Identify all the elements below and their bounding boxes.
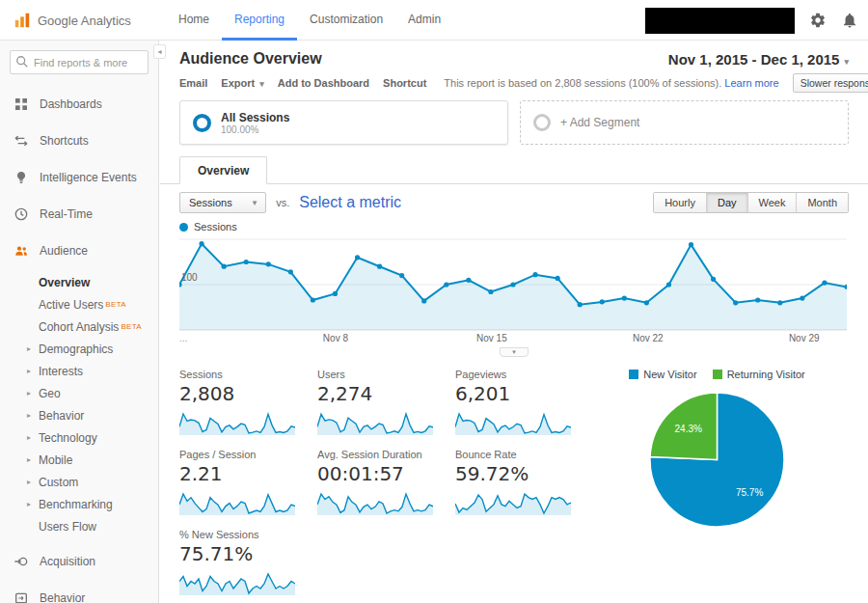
next-section-partial: Demographics Sessions % Sessions <box>160 595 868 603</box>
expand-arrow-icon: ▸ <box>27 478 31 486</box>
add-segment-button[interactable]: + Add Segment <box>520 100 849 145</box>
select-a-metric-link[interactable]: Select a metric <box>299 194 401 211</box>
overview-panel: Sessions▾ vs. Select a metric Hourly Day… <box>160 183 868 603</box>
sessions-chart-area: 100200 <box>160 234 868 333</box>
pie-chart-area: 75.7%24.3% <box>585 390 849 534</box>
segment-label: All Sessions <box>221 111 289 124</box>
sidebar-item-intelligence-events[interactable]: Intelligence Events <box>0 159 158 196</box>
email-button[interactable]: Email <box>179 77 207 89</box>
top-header: Google Analytics Home Reporting Customiz… <box>0 0 868 41</box>
nav-customization[interactable]: Customization <box>297 0 395 41</box>
learn-more-link[interactable]: Learn more <box>724 77 778 89</box>
svg-text:24.3%: 24.3% <box>675 424 702 434</box>
sidebar-item-audience[interactable]: Audience <box>0 233 158 269</box>
search-input[interactable] <box>10 50 149 74</box>
sidebar-item-geo[interactable]: ▸ Geo <box>0 382 158 404</box>
segment-percent: 100.00% <box>221 124 289 135</box>
bell-icon[interactable] <box>841 12 858 29</box>
tab-overview[interactable]: Overview <box>179 156 267 184</box>
metric-percent-new-sessions: % New Sessions 75.71% <box>179 529 310 595</box>
chart-legend: Sessions <box>160 215 868 234</box>
sidebar-item-label: Audience <box>40 244 88 258</box>
sidebar-item-label: Acquisition <box>40 555 95 568</box>
svg-text:75.7%: 75.7% <box>736 487 763 498</box>
sidebar-item-acquisition[interactable]: Acquisition <box>0 543 158 580</box>
sidebar-item-mobile[interactable]: ▸ Mobile <box>0 449 158 471</box>
add-to-dashboard-button[interactable]: Add to Dashboard <box>278 77 369 89</box>
pageviews-sparkline <box>455 408 571 435</box>
google-analytics-logo[interactable]: Google Analytics <box>14 0 131 41</box>
expand-arrow-icon: ▸ <box>27 389 31 397</box>
expand-arrow-icon: ▸ <box>27 500 31 508</box>
date-range-selector[interactable]: Nov 1, 2015 - Dec 1, 2015▾ <box>668 51 849 68</box>
header-right-cluster <box>645 0 858 41</box>
expand-arrow-icon: ▸ <box>27 433 31 442</box>
sidebar-collapse-button[interactable]: ◂ <box>153 44 166 59</box>
duration-sparkline <box>317 488 433 515</box>
granularity-hourly-button[interactable]: Hourly <box>654 193 706 212</box>
metric-pages-per-session: Pages / Session 2.21 <box>179 449 310 515</box>
beta-badge: BETA <box>121 322 142 331</box>
svg-text:200: 200 <box>181 236 198 237</box>
new-sessions-sparkline <box>179 568 295 595</box>
legend-new-visitor: New Visitor <box>629 369 696 380</box>
expand-arrow-icon: ▸ <box>27 411 31 420</box>
shortcut-button[interactable]: Shortcut <box>383 77 426 89</box>
sidebar-item-dashboards[interactable]: Dashboards <box>0 86 158 123</box>
sidebar-item-shortcuts[interactable]: Shortcuts <box>0 123 158 159</box>
sidebar-item-benchmarking[interactable]: ▸ Benchmarking <box>0 493 158 515</box>
sidebar-item-technology[interactable]: ▸ Technology <box>0 426 158 449</box>
segment-builder: All Sessions 100.00% + Add Segment <box>160 100 868 154</box>
sidebar-item-demographics[interactable]: ▸ Demographics <box>0 338 158 360</box>
precision-selector[interactable]: Slower response, greater precision▾ <box>793 73 868 93</box>
granularity-month-button[interactable]: Month <box>796 193 848 212</box>
series-dot-icon <box>179 223 188 232</box>
users-sparkline <box>317 408 433 435</box>
gear-icon[interactable] <box>809 12 827 29</box>
granularity-week-button[interactable]: Week <box>747 193 797 212</box>
returning-visitor-swatch-icon <box>713 370 722 379</box>
sidebar-item-label: Shortcuts <box>40 134 89 148</box>
sidebar-item-overview[interactable]: Overview <box>0 271 158 293</box>
behavior-icon <box>14 590 29 603</box>
precision-controls: Slower response, greater precision▾ <box>793 73 868 93</box>
chart-controls: Sessions▾ vs. Select a metric Hourly Day… <box>160 184 868 215</box>
report-tabs: Overview <box>160 154 868 183</box>
granularity-button-group: Hourly Day Week Month <box>653 192 849 213</box>
sidebar-item-behavior-sub[interactable]: ▸ Behavior <box>0 404 158 426</box>
nav-home[interactable]: Home <box>166 0 222 41</box>
nav-reporting[interactable]: Reporting <box>222 0 297 41</box>
sidebar-item-users-flow[interactable]: Users Flow <box>0 515 158 537</box>
granularity-day-button[interactable]: Day <box>706 193 747 212</box>
sidebar-item-cohort-analysis[interactable]: Cohort Analysis BETA <box>0 315 158 338</box>
nav-admin[interactable]: Admin <box>395 0 453 41</box>
series-name: Sessions <box>194 221 237 233</box>
sidebar-item-custom[interactable]: ▸ Custom <box>0 471 158 493</box>
sessions-line-chart[interactable]: 100200 <box>179 236 847 333</box>
metric-pageviews: Pageviews 6,201 <box>455 369 585 435</box>
sidebar-item-real-time[interactable]: Real-Time <box>0 196 158 233</box>
bounce-rate-sparkline <box>455 488 571 515</box>
sidebar-item-behavior[interactable]: Behavior <box>0 580 158 603</box>
sidebar-item-active-users[interactable]: Active Users BETA <box>0 293 158 315</box>
export-button[interactable]: Export▾ <box>221 77 263 89</box>
sessions-sparkline <box>179 408 295 435</box>
metric-bounce-rate: Bounce Rate 59.72% <box>455 449 585 515</box>
chart-collapse-handle[interactable]: ▾ <box>500 347 529 357</box>
x-tick-label: Nov 22 <box>633 333 664 343</box>
x-tick-label: Nov 15 <box>476 333 507 343</box>
axis-start-label: ... <box>179 333 187 343</box>
visitor-type-pie-chart[interactable]: 75.7%24.3% <box>647 390 787 530</box>
sidebar-item-interests[interactable]: ▸ Interests <box>0 360 158 382</box>
svg-text:100: 100 <box>181 272 198 283</box>
audience-people-icon <box>14 243 29 259</box>
x-tick-label: Nov 8 <box>323 333 348 343</box>
analytics-bars-icon <box>14 12 31 29</box>
add-segment-label: + Add Segment <box>560 116 639 129</box>
pages-per-session-sparkline <box>179 488 295 515</box>
metric-sessions: Sessions 2,808 <box>179 369 310 435</box>
metric-dropdown[interactable]: Sessions▾ <box>179 192 266 213</box>
expand-arrow-icon: ▸ <box>27 367 31 375</box>
report-search <box>10 50 149 74</box>
all-sessions-segment[interactable]: All Sessions 100.00% <box>179 100 508 145</box>
